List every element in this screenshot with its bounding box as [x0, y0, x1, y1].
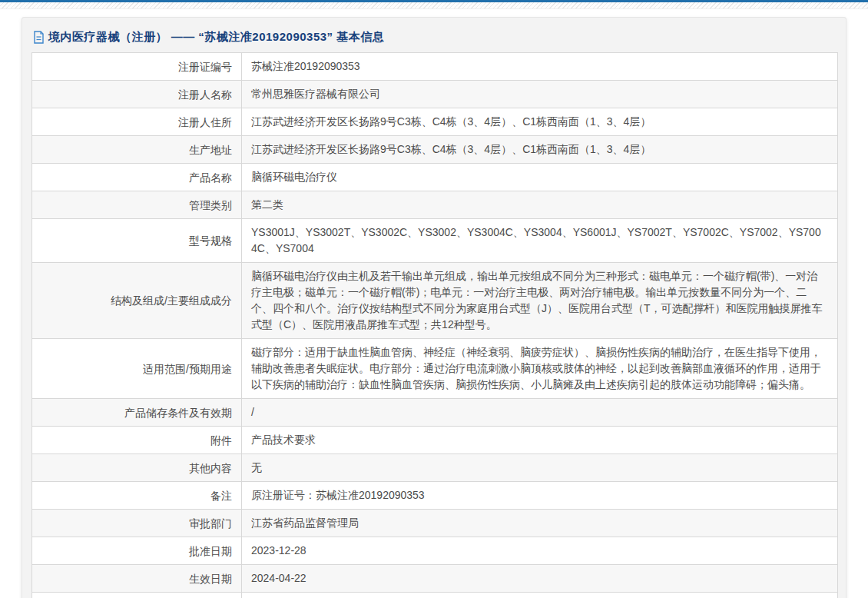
row-value: 2029-04-21 — [242, 593, 838, 598]
row-value: / — [242, 399, 838, 427]
top-striped-band — [0, 2, 868, 9]
row-label: 结构及组成/主要组成成分 — [32, 263, 242, 339]
row-label: 批准日期 — [32, 537, 242, 565]
row-value: 脑循环磁电治疗仪由主机及若干输出单元组成，输出单元按组成不同分为三种形式：磁电单… — [242, 263, 838, 339]
row-label: 产品储存条件及有效期 — [32, 399, 242, 427]
row-label: 附件 — [32, 427, 242, 454]
row-label: 备注 — [32, 482, 242, 510]
row-value: 2024-04-22 — [242, 565, 838, 593]
document-icon — [33, 31, 45, 44]
row-label: 适用范围/预期用途 — [32, 339, 242, 399]
registration-info-panel: 境内医疗器械（注册） —— “苏械注准20192090353” 基本信息 注册证… — [22, 17, 846, 598]
registration-info-table: 注册证编号 苏械注准20192090353 注册人名称 常州思雅医疗器械有限公司… — [31, 52, 838, 598]
row-value: 原注册证号：苏械注准20192090353 — [242, 482, 838, 510]
table-row: 注册人名称 常州思雅医疗器械有限公司 — [32, 81, 838, 108]
table-row: 备注 原注册证号：苏械注准20192090353 — [32, 482, 838, 510]
row-value: YS3001J、YS3002T、YS3002C、YS3002、YS3004C、Y… — [242, 219, 838, 263]
row-value: 产品技术要求 — [242, 427, 838, 454]
row-value: 苏械注准20192090353 — [242, 53, 838, 81]
row-value: 江苏省药品监督管理局 — [242, 510, 838, 537]
table-row: 审批部门 江苏省药品监督管理局 — [32, 510, 838, 537]
table-row: 生产地址 江苏武进经济开发区长扬路9号C3栋、C4栋（3、4层）、C1栋西南面（… — [32, 136, 838, 164]
row-label: 注册证编号 — [32, 53, 242, 81]
table-row: 生效日期 2024-04-22 — [32, 565, 838, 593]
row-label: 注册人名称 — [32, 81, 242, 108]
table-row: 批准日期 2023-12-28 — [32, 537, 838, 565]
page-title: 境内医疗器械（注册） —— “苏械注准20192090353” 基本信息 — [48, 30, 384, 45]
row-value: 常州思雅医疗器械有限公司 — [242, 81, 838, 108]
row-label: 型号规格 — [32, 219, 242, 263]
row-label: 管理类别 — [32, 191, 242, 219]
table-row: 有效期至 2029-04-21 — [32, 593, 838, 598]
row-label: 有效期至 — [32, 593, 242, 598]
row-label: 产品名称 — [32, 164, 242, 191]
row-value: 江苏武进经济开发区长扬路9号C3栋、C4栋（3、4层）、C1栋西南面（1、3、4… — [242, 108, 838, 136]
row-label: 注册人住所 — [32, 108, 242, 136]
table-row: 注册证编号 苏械注准20192090353 — [32, 53, 838, 81]
row-label: 审批部门 — [32, 510, 242, 537]
row-label: 生产地址 — [32, 136, 242, 164]
table-row: 结构及组成/主要组成成分 脑循环磁电治疗仪由主机及若干输出单元组成，输出单元按组… — [32, 263, 838, 339]
row-value: 第二类 — [242, 191, 838, 219]
row-value: 2023-12-28 — [242, 537, 838, 565]
row-value: 江苏武进经济开发区长扬路9号C3栋、C4栋（3、4层）、C1栋西南面（1、3、4… — [242, 136, 838, 164]
row-label: 生效日期 — [32, 565, 242, 593]
row-value: 脑循环磁电治疗仪 — [242, 164, 838, 191]
table-row: 附件 产品技术要求 — [32, 427, 838, 454]
row-value: 无 — [242, 454, 838, 482]
table-row: 适用范围/预期用途 磁疗部分：适用于缺血性脑血管病、神经症（神经衰弱、脑疲劳症状… — [32, 339, 838, 399]
table-row: 型号规格 YS3001J、YS3002T、YS3002C、YS3002、YS30… — [32, 219, 838, 263]
table-row: 产品名称 脑循环磁电治疗仪 — [32, 164, 838, 191]
table-row: 管理类别 第二类 — [32, 191, 838, 219]
table-row: 产品储存条件及有效期 / — [32, 399, 838, 427]
table-row: 注册人住所 江苏武进经济开发区长扬路9号C3栋、C4栋（3、4层）、C1栋西南面… — [32, 108, 838, 136]
page-title-row: 境内医疗器械（注册） —— “苏械注准20192090353” 基本信息 — [31, 24, 837, 52]
row-value: 磁疗部分：适用于缺血性脑血管病、神经症（神经衰弱、脑疲劳症状）、脑损伤性疾病的辅… — [242, 339, 838, 399]
row-label: 其他内容 — [32, 454, 242, 482]
table-row: 其他内容 无 — [32, 454, 838, 482]
